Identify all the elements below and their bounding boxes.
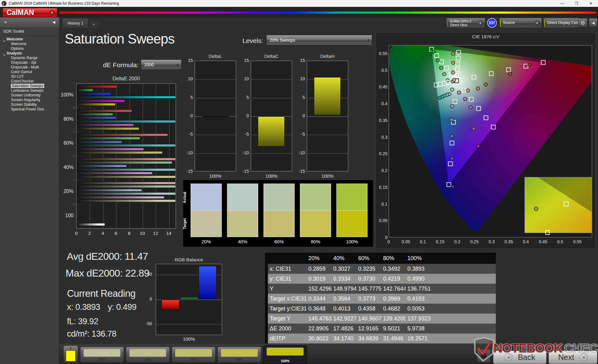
saturation-button-swatch (129, 349, 166, 357)
saturation-button-20%[interactable]: 20% (80, 347, 124, 363)
levels-dropdown[interactable]: 20% Sweeps ▼ (266, 35, 372, 45)
rgb-bar-green (180, 297, 198, 299)
sidebar-item-3d-lut[interactable]: 3D LUT (1, 74, 58, 79)
table-cell: 0.3893 (406, 266, 431, 272)
cie-x-tick: 0.15 (434, 239, 446, 244)
gridline (143, 84, 143, 228)
close-button[interactable]: ✕ (584, 0, 598, 7)
palette-button[interactable]: ▲ (63, 345, 78, 363)
actual-swatch-20% (191, 184, 222, 210)
table-cell: 18.2571 (406, 335, 431, 342)
y-tick: 10 (291, 76, 305, 81)
sidebar-item-dynamic-range[interactable]: Dynamic Range (1, 56, 58, 60)
saturation-button-60%[interactable]: 60% (172, 347, 216, 363)
deltae-x-tick: 6 (112, 231, 120, 236)
sidebar-collap se-icon[interactable]: ◀ (52, 20, 55, 24)
de-formula-dropdown[interactable]: 2000 ▼ (141, 59, 182, 70)
sidebar-item-options[interactable]: Options (1, 46, 58, 51)
rgb-balance-y-labels: 500-50 (140, 264, 154, 335)
calman-menu-button[interactable]: CalMAN ▼ (2, 8, 57, 17)
sidebar-item-color-gamut[interactable]: Color Gamut (1, 70, 58, 74)
sidebar-header: ◀ (0, 17, 59, 28)
sidebar-item-label: Grayscale - 2pt (11, 60, 36, 65)
swatch-level-label: 40% (227, 239, 258, 244)
actual-target-panel: ActualTarget20%40%60%80%100% (183, 180, 373, 247)
deltae-bar-blue-80% (77, 116, 116, 119)
table-cell: 148.9794 (331, 286, 356, 292)
calman-window: CalMAN 2019 CalMAN Ultimate for Business… (0, 0, 598, 364)
table-cell: 0.3019 (306, 276, 331, 282)
rgb-y-tick: -50 (140, 321, 152, 326)
sidebar-item-colorchecker[interactable]: ColorChecker (1, 79, 58, 84)
measurement-count-badge[interactable]: 237 (487, 18, 497, 28)
table-cell: 152.4296 (306, 286, 331, 292)
sidebar-item-label: Screen Uniformity (11, 93, 40, 97)
deltae-bar-cyan-100% (77, 96, 176, 99)
target-axis-label: Target (183, 211, 188, 236)
deltae-bar-magenta-100% (77, 100, 125, 102)
y-tick: -5 (179, 132, 193, 137)
DeltaC-bar (258, 116, 285, 147)
settings-gear-button[interactable]: ⚙ (578, 18, 587, 28)
table-row: ΔE 200022.890517.482612.91659.50215.9738 (268, 324, 496, 334)
deltae-bar-magenta-80% (77, 124, 134, 126)
sidebar-item-welcome[interactable]: ◢Welcome (1, 37, 58, 42)
cie-y-tick: 0.1 (376, 202, 387, 207)
rainbow-strip (59, 12, 596, 14)
target-swatch-100% (336, 210, 368, 237)
reading-cdm2: cd/m²: 136.78 (67, 329, 116, 339)
saturation-button-40%[interactable]: 40% (126, 347, 170, 363)
cie-y-tick: 0 (376, 235, 387, 240)
de-formula-value: 2000 (144, 62, 154, 67)
sidebar-item-grayscale-2pt[interactable]: Grayscale - 2pt (1, 60, 58, 65)
stop-measure-button[interactable] (477, 349, 491, 363)
restore-button[interactable]: ❐ (570, 0, 583, 7)
saturation-button-label: 20% (80, 358, 124, 362)
radio-dot-icon[interactable] (4, 20, 8, 25)
table-row-label: dEITP (268, 335, 306, 342)
add-tab-button[interactable]: + (90, 20, 98, 28)
sidebar-title: SDR Toolkit (3, 29, 24, 34)
DeltaH-title: DeltaH (307, 54, 348, 59)
saturation-button-80%[interactable]: 80% (217, 347, 261, 363)
y-tick: -10 (179, 150, 193, 155)
cie-panel: CIE 1976 u'v' (376, 32, 596, 249)
DeltaL-plot (195, 61, 236, 171)
DeltaH-x-label: 100% (307, 173, 348, 179)
table-cell: 34.1740 (331, 335, 356, 342)
next-button[interactable]: Next » (548, 351, 597, 364)
source-dropdown[interactable]: Source ▼ (499, 18, 542, 28)
saturation-button-swatch (83, 349, 121, 357)
back-label: Back (518, 353, 535, 362)
cie-x-tick: 0.05 (400, 239, 412, 244)
gridline (156, 324, 222, 324)
minimize-button[interactable]: — (555, 0, 569, 7)
saturation-button-100%[interactable]: 100% (263, 345, 307, 364)
table-cell: 0.3730 (356, 276, 381, 282)
deltae-bar-magenta-20% (77, 196, 164, 199)
rgb-y-tick: 50 (140, 272, 152, 277)
sidebar-item-analysis[interactable]: ◢Analysis (1, 51, 58, 56)
table-row-label: y: CIE31 (268, 276, 306, 282)
saturation-button-swatch (267, 348, 304, 356)
cie-x-tick: 0.2 (451, 239, 463, 244)
sidebar-item-label: 3D LUT (11, 74, 24, 79)
y-tick: 0 (179, 113, 193, 118)
cie-y-tick: 0.45 (376, 84, 387, 89)
deltae-bar-cyan-20% (77, 192, 176, 195)
table-cell: 0.4358 (356, 306, 381, 312)
table-row: Target x:CIE310.33440.35640.37730.39690.… (268, 294, 496, 304)
sidebar-item-welcome[interactable]: Welcome (1, 42, 58, 46)
cie-y-tick: 0.5 (376, 68, 387, 73)
deltae-bar-yellow-20% (77, 199, 176, 202)
back-button[interactable]: « Back (493, 351, 547, 364)
meter-dropdown[interactable]: X-Rite i1Pro 2 Direct View ▼ (446, 18, 485, 28)
y-tick: -15 (291, 169, 305, 174)
tab-history-1[interactable]: History 1 (62, 18, 88, 28)
cie-y-tick: 0.55 (376, 51, 387, 56)
sidebar-item-grayscale-multi[interactable]: Grayscale - Multi (1, 65, 58, 70)
sidebar-item-label: Analysis (7, 51, 22, 55)
levels-label: Levels: (224, 37, 263, 44)
table-cell: 0.3492 (381, 266, 406, 272)
panel-collapse-button[interactable]: ◀ (589, 18, 597, 28)
